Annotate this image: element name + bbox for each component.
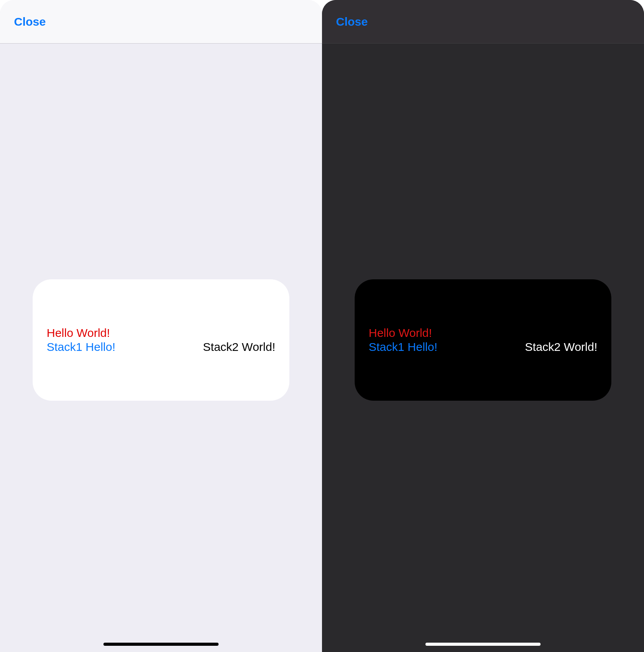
stack-left: Hello World! Stack1 Hello! <box>369 326 438 354</box>
dark-mode-pane: Close Hello World! Stack1 Hello! Stack2 … <box>322 0 644 652</box>
content-area-dark: Hello World! Stack1 Hello! Stack2 World! <box>322 36 644 644</box>
stack-left: Hello World! Stack1 Hello! <box>47 326 116 354</box>
close-button[interactable]: Close <box>14 15 46 28</box>
close-button[interactable]: Close <box>336 15 368 28</box>
content-area-light: Hello World! Stack1 Hello! Stack2 World! <box>0 36 322 644</box>
stack2-label: Stack2 World! <box>525 340 597 354</box>
card-light: Hello World! Stack1 Hello! Stack2 World! <box>33 279 289 401</box>
home-indicator[interactable] <box>425 643 541 646</box>
stack1-label: Stack1 Hello! <box>369 340 438 354</box>
hello-world-label: Hello World! <box>47 326 116 340</box>
home-indicator[interactable] <box>103 643 219 646</box>
light-mode-pane: Close Hello World! Stack1 Hello! Stack2 … <box>0 0 322 652</box>
card-dark: Hello World! Stack1 Hello! Stack2 World! <box>355 279 611 401</box>
stack2-label: Stack2 World! <box>203 340 275 354</box>
hello-world-label: Hello World! <box>369 326 438 340</box>
stack1-label: Stack1 Hello! <box>47 340 116 354</box>
